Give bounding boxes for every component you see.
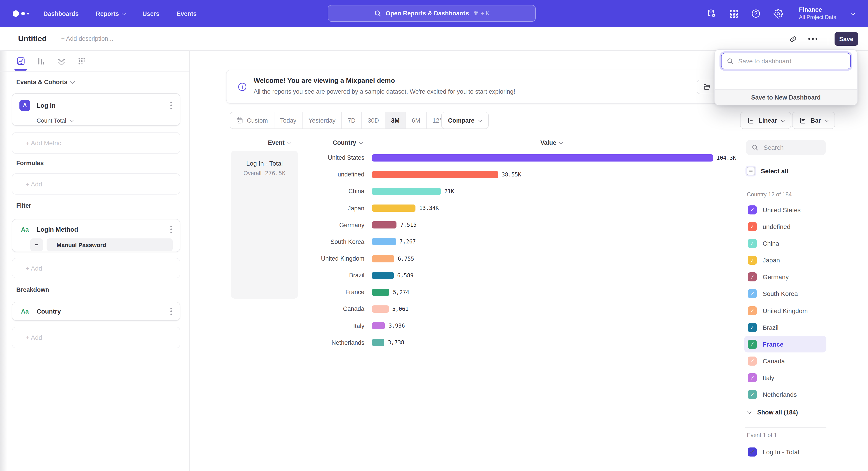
range-3m-active[interactable]: 3M [385,112,406,128]
filter-value-dropdown[interactable]: Manual Password [46,238,173,251]
filter-operator-dropdown[interactable]: = [30,238,43,251]
metric-card[interactable]: A Log In Count Total [12,93,180,126]
apps-grid-icon[interactable] [729,8,739,19]
breakdown-card[interactable]: Aa Country [12,302,180,321]
filter-kebab-menu-icon[interactable] [168,224,174,235]
column-header-event[interactable]: Event [268,139,291,146]
country-checkbox-checked[interactable]: ✓ [748,289,757,298]
country-checkbox-checked[interactable]: ✓ [748,239,757,248]
country-checkbox-checked[interactable]: ✓ [748,323,757,332]
legend-country-label: South Korea [763,290,798,297]
nav-item-users[interactable]: Users [143,10,159,17]
bar-value-label: 7,515 [400,222,416,228]
select-all-checkbox-indeterminate[interactable] [747,167,755,175]
range-30d[interactable]: 30D [362,112,385,128]
chart-type-dropdown[interactable]: Bar [792,112,835,129]
country-checkbox-checked[interactable]: ✓ [748,205,757,214]
save-dashboard-search-field[interactable] [721,53,851,69]
tab-insights[interactable] [15,55,27,67]
legend-country-row[interactable]: ✓undefined [744,218,827,235]
legend-country-row[interactable]: ✓Japan [744,252,827,268]
country-checkbox-checked[interactable]: ✓ [748,306,757,315]
add-filter-button[interactable]: + Add [12,258,180,278]
legend-country-row[interactable]: ✓Canada [744,353,827,370]
metric-kebab-menu-icon[interactable] [168,100,174,111]
metric-aggregation-dropdown[interactable]: Count Total [12,115,180,126]
help-icon[interactable] [751,8,761,19]
column-header-country[interactable]: Country [333,139,363,146]
save-dashboard-input[interactable] [737,57,843,65]
mixpanel-logo-icon[interactable] [13,10,29,17]
project-switcher[interactable]: Finance All Project Data [799,6,836,21]
country-checkbox-checked[interactable]: ✓ [748,256,757,265]
country-checkbox-checked[interactable]: ✓ [748,373,757,382]
filter-property-name[interactable]: Login Method [37,226,168,233]
range-7d[interactable]: 7D [342,112,362,128]
bar[interactable] [372,154,713,161]
events-cohorts-section-header[interactable]: Events & Cohorts [16,79,74,86]
bar[interactable] [372,188,441,195]
country-checkbox-checked[interactable]: ✓ [748,222,757,231]
add-description-field[interactable]: + Add description... [61,35,113,42]
legend-country-row[interactable]: ✓France [744,336,827,353]
settings-gear-icon[interactable] [773,8,783,19]
show-all-toggle[interactable]: Show all (184) [748,406,798,418]
legend-search-field[interactable] [746,140,826,155]
bar[interactable] [372,205,416,212]
bar[interactable] [372,339,384,346]
report-title[interactable]: Untitled [18,34,47,43]
bar[interactable] [372,305,389,313]
scale-dropdown[interactable]: Linear [740,112,791,129]
legend-country-row[interactable]: ✓Brazil [744,319,827,336]
save-button[interactable]: Save [835,32,858,46]
bar[interactable] [372,289,389,296]
select-all-row[interactable]: Select all [747,165,788,177]
bar[interactable] [372,272,394,279]
column-header-value[interactable]: Value [540,139,563,146]
copy-link-button[interactable] [785,31,801,47]
legend-event-row[interactable]: ✓ Log In - Total [748,445,799,459]
legend-country-row[interactable]: ✓Netherlands [744,386,827,403]
add-breakdown-button[interactable]: + Add [12,327,180,348]
banner-title: Welcome! You are viewing a Mixpanel demo [254,77,395,84]
legend-country-row[interactable]: ✓South Korea [744,286,827,302]
bar[interactable] [372,221,397,229]
nav-item-events[interactable]: Events [177,10,197,17]
filter-card[interactable]: Aa Login Method = Manual Password [12,219,180,252]
legend-country-row[interactable]: ✓United Kingdom [744,302,827,319]
country-checkbox-checked[interactable]: ✓ [748,356,757,365]
more-options-button[interactable] [805,31,820,47]
add-formula-button[interactable]: + Add [12,173,180,195]
legend-country-row[interactable]: ✓Germany [744,268,827,285]
legend-country-row[interactable]: ✓Italy [744,370,827,386]
add-metric-button[interactable]: + Add Metric [12,132,180,154]
legend-country-row[interactable]: ✓China [744,235,827,252]
tab-retention[interactable] [76,55,88,67]
nav-item-reports[interactable]: Reports [96,10,125,17]
save-to-new-dashboard-button[interactable]: Save to New Dashboard [715,89,857,105]
country-checkbox-checked[interactable]: ✓ [748,340,757,349]
bar[interactable] [372,238,396,245]
breakdown-kebab-menu-icon[interactable] [168,306,174,317]
tab-flows[interactable] [56,55,67,67]
global-search-input[interactable]: Open Reports & Dashboards ⌘ + K [328,5,536,22]
event-checkbox-checked[interactable]: ✓ [748,447,757,457]
bar[interactable] [372,255,394,262]
tab-funnels[interactable] [35,55,47,67]
country-checkbox-checked[interactable]: ✓ [748,390,757,399]
metric-event-name[interactable]: Log In [37,102,168,109]
nav-item-dashboards[interactable]: Dashboards [43,10,79,17]
range-today[interactable]: Today [274,112,303,128]
data-management-icon[interactable] [707,8,717,19]
range-6m[interactable]: 6M [406,112,427,128]
bar[interactable] [372,322,385,329]
range-custom[interactable]: Custom [230,112,274,128]
chart-row: France5,274 [190,284,737,301]
range-yesterday[interactable]: Yesterday [303,112,342,128]
legend-country-row[interactable]: ✓United States [744,201,827,218]
country-checkbox-checked[interactable]: ✓ [748,272,757,282]
legend-search-input[interactable] [763,143,819,152]
compare-button[interactable]: Compare [441,112,489,129]
breakdown-property-name[interactable]: Country [37,308,168,315]
bar[interactable] [372,171,498,178]
